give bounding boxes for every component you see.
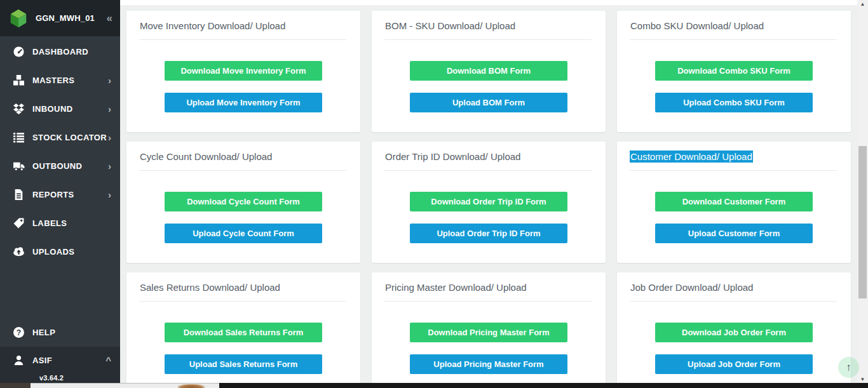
upload-form-button[interactable]: Upload BOM Form	[410, 93, 567, 112]
download-form-button[interactable]: Download Cycle Count Form	[165, 192, 322, 211]
download-form-button[interactable]: Download Sales Returns Form	[165, 323, 322, 342]
sidebar-header: GGN_MWH_01 «	[0, 0, 120, 36]
sidebar-item-label: ASIF	[32, 356, 105, 365]
list-icon	[13, 131, 27, 144]
card-title: Sales Returns Download/ Upload	[126, 272, 360, 301]
download-form-button[interactable]: Download Customer Form	[655, 192, 813, 211]
sidebar-item-label: HELP	[32, 328, 111, 337]
sidebar-item-masters[interactable]: MASTERS ›	[0, 66, 120, 95]
cloud-upload-icon	[13, 246, 27, 258]
cubes-icon	[13, 74, 27, 87]
sidebar-item-label: DASHBOARD	[32, 47, 111, 57]
sidebar-item-user[interactable]: ASIF ^	[0, 347, 120, 374]
card-divider	[139, 39, 346, 40]
upload-form-button[interactable]: Upload Job Order Form	[655, 354, 813, 374]
card-title: Move Inventory Download/ Upload	[126, 11, 360, 39]
bottom-overlay-dark-segment	[0, 383, 31, 388]
upload-form-button[interactable]: Upload Move Inventory Form	[165, 93, 322, 112]
scroll-to-top-button[interactable]: ↑	[838, 357, 859, 378]
download-form-button[interactable]: Download Move Inventory Form	[165, 61, 322, 81]
download-upload-card: Move Inventory Download/ Upload Download…	[126, 11, 360, 132]
download-upload-card: Order Trip ID Download/ Upload Download …	[372, 142, 606, 263]
bottom-overlay-black-segment	[219, 383, 868, 388]
sidebar-bottom: ? HELP ASIF ^ v3.64.2	[0, 318, 120, 388]
app-logo-icon	[6, 6, 31, 30]
sidebar-item-inbound[interactable]: INBOUND ›	[0, 95, 120, 123]
card-divider	[384, 301, 592, 302]
card-title-text: Cycle Count Download/ Upload	[139, 151, 273, 163]
chevron-right-icon: ›	[108, 104, 111, 114]
card-title: Pricing Master Download/ Upload	[372, 272, 606, 301]
card-title: BOM - SKU Download/ Upload	[372, 11, 606, 39]
sidebar-item-reports[interactable]: REPORTS ›	[0, 180, 120, 209]
sidebar-item-labels[interactable]: LABELS	[0, 209, 120, 237]
upload-form-button[interactable]: Upload Combo SKU Form	[655, 93, 813, 112]
user-icon	[13, 354, 27, 367]
sidebar-item-label: STOCK LOCATOR	[32, 133, 108, 142]
question-circle-icon: ?	[13, 326, 27, 339]
chevron-right-icon: ›	[108, 190, 111, 199]
card-title: Cycle Count Download/ Upload	[126, 142, 360, 170]
bottom-overlay-image-edge	[178, 384, 205, 388]
chevron-right-icon: ›	[108, 133, 111, 142]
sidebar-item-label: UPLOADS	[32, 247, 111, 257]
card-title: Order Trip ID Download/ Upload	[372, 142, 606, 170]
card-title-text: Move Inventory Download/ Upload	[139, 20, 286, 32]
card-title-text: Combo SKU Download/ Upload	[630, 20, 764, 32]
card-divider	[630, 301, 837, 302]
download-form-button[interactable]: Download Order Trip ID Form	[410, 192, 567, 211]
inbound-box-icon	[13, 103, 27, 116]
sidebar-item-label: REPORTS	[32, 190, 108, 199]
scrollbar-up-arrow-icon[interactable]: ▲	[857, 0, 868, 9]
up-arrow-icon: ↑	[846, 361, 851, 374]
download-form-button[interactable]: Download Job Order Form	[655, 323, 813, 342]
upload-form-button[interactable]: Upload Pricing Master Form	[410, 354, 567, 374]
dashboard-icon	[13, 46, 27, 58]
sidebar-item-outbound[interactable]: OUTBOUND ›	[0, 152, 120, 180]
card-title: Combo SKU Download/ Upload	[617, 11, 851, 39]
svg-text:?: ?	[17, 328, 21, 337]
chevron-right-icon: ›	[108, 161, 111, 171]
sidebar-item-stock-locator[interactable]: STOCK LOCATOR ›	[0, 123, 120, 152]
upload-form-button[interactable]: Upload Sales Returns Form	[165, 354, 322, 374]
download-upload-card: BOM - SKU Download/ Upload Download BOM …	[372, 11, 606, 132]
scrollbar-thumb[interactable]	[858, 146, 867, 298]
sidebar-item-uploads[interactable]: UPLOADS	[0, 237, 120, 266]
card-title-text: Sales Returns Download/ Upload	[139, 281, 281, 293]
file-text-icon	[13, 189, 27, 201]
card-title-text: Order Trip ID Download/ Upload	[384, 151, 521, 163]
vertical-scrollbar[interactable]: ▲ ▼	[857, 0, 868, 388]
sidebar-item-label: INBOUND	[32, 104, 108, 114]
download-upload-card: Combo SKU Download/ Upload Download Comb…	[617, 11, 851, 132]
bottom-overlay-light-segment	[31, 383, 219, 388]
download-form-button[interactable]: Download BOM Form	[410, 61, 567, 81]
download-upload-card: Sales Returns Download/ Upload Download …	[126, 272, 360, 388]
upload-cards-grid: Move Inventory Download/ Upload Download…	[126, 11, 851, 388]
download-form-button[interactable]: Download Pricing Master Form	[410, 323, 567, 342]
upload-form-button[interactable]: Upload Order Trip ID Form	[410, 224, 567, 243]
upload-form-button[interactable]: Upload Customer Form	[655, 224, 813, 243]
card-title-text: Job Order Download/ Upload	[630, 281, 754, 293]
download-upload-card: Job Order Download/ Upload Download Job …	[617, 272, 851, 388]
sidebar-item-dashboard[interactable]: DASHBOARD	[0, 37, 120, 66]
scrolled-card-edge	[120, 0, 857, 5]
download-upload-card: Cycle Count Download/ Upload Download Cy…	[126, 142, 360, 263]
truck-icon	[13, 160, 27, 173]
card-title-text: BOM - SKU Download/ Upload	[384, 20, 516, 32]
sidebar-item-help[interactable]: ? HELP	[0, 318, 120, 347]
bottom-overlay	[0, 383, 868, 388]
app-title: GGN_MWH_01	[36, 13, 107, 23]
card-title-text: Pricing Master Download/ Upload	[384, 281, 527, 293]
card-divider	[384, 39, 592, 40]
download-form-button[interactable]: Download Combo SKU Form	[655, 61, 813, 81]
sidebar-collapse-icon[interactable]: «	[107, 12, 112, 25]
sidebar-item-label: LABELS	[32, 218, 111, 228]
chevron-right-icon: ›	[108, 76, 111, 85]
card-title-text: Customer Download/ Upload	[630, 151, 753, 163]
upload-form-button[interactable]: Upload Cycle Count Form	[165, 224, 322, 243]
card-divider	[139, 170, 346, 171]
user-panel: ASIF ^ v3.64.2	[0, 347, 120, 388]
tag-icon	[13, 217, 27, 230]
sidebar-item-label: MASTERS	[32, 76, 108, 85]
chevron-up-icon: ^	[105, 356, 111, 365]
